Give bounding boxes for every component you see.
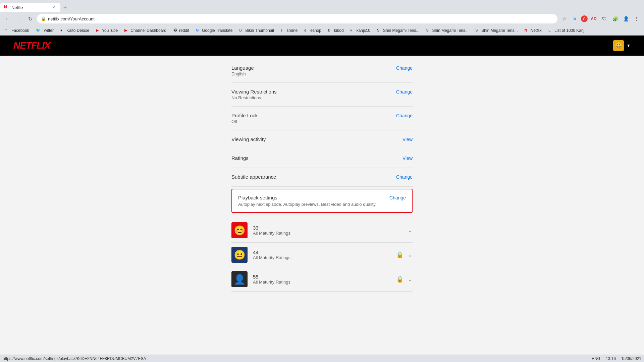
playback-settings-value: Autoplay next episode. Autoplay previews… — [238, 202, 376, 207]
bookmark-label: kibod — [334, 28, 344, 33]
playback-info: Playback settings Autoplay next episode.… — [238, 195, 376, 207]
bikin-icon: B — [239, 28, 244, 33]
address-bar[interactable]: 🔒 netflix.com/YourAccount — [37, 14, 557, 23]
bookmark-label: Shin Megami Tens... — [383, 28, 420, 33]
extension-chrome-icon[interactable]: C — [581, 15, 588, 22]
lock-icon-44: 🔒 — [396, 251, 404, 258]
bookmark-translate[interactable]: G Google Translate — [193, 27, 235, 34]
bookmark-label: List of 1000 Kanj — [554, 28, 584, 33]
extension-x-icon[interactable]: ✕ — [570, 14, 580, 23]
new-tab-button[interactable]: + — [60, 3, 70, 12]
bookmark-label: Twitter — [42, 28, 54, 33]
profile-info-44: 44 All Maturity Ratings — [253, 249, 396, 260]
bookmark-netflix[interactable]: N Netflix — [522, 27, 544, 34]
ratings-action: View — [402, 155, 413, 161]
profile-maturity-44: All Maturity Ratings — [253, 255, 396, 260]
bookmark-label: kanji2.0 — [357, 28, 370, 33]
viewing-restrictions-row: Viewing Restrictions No Restrictions. Ch… — [231, 83, 413, 107]
subtitle-appearance-change-link[interactable]: Change — [396, 174, 413, 180]
profile-icon[interactable]: 👤 — [621, 14, 631, 23]
profile-lock-value: Off — [231, 119, 396, 124]
bookmark-facebook[interactable]: f Facebook — [3, 27, 32, 34]
bookmark-label: Kaito Deluxe — [66, 28, 89, 33]
bookmark-kanji[interactable]: k kanji2.0 — [348, 27, 373, 34]
bookmark-label: Channel Dashboard — [130, 28, 166, 33]
bookmark-smt3[interactable]: S Shin Megami Tens... — [473, 27, 521, 34]
viewing-activity-action: View — [402, 136, 413, 142]
bookmark-shrine[interactable]: s shrine — [278, 27, 301, 34]
bookmark-smt1[interactable]: S Shin Megami Tens... — [374, 27, 422, 34]
playback-settings-change-link[interactable]: Change — [389, 195, 406, 200]
status-time: 13:16 — [606, 356, 616, 361]
netflix-bm-icon: N — [525, 28, 529, 33]
language-change-link[interactable]: Change — [396, 65, 413, 71]
back-button[interactable]: ← — [3, 14, 12, 23]
subtitle-appearance-row: Subtitle appearance Change — [231, 168, 413, 187]
address-bar-row: ← → ↻ 🔒 netflix.com/YourAccount ☆ ✕ C AD… — [0, 12, 644, 25]
viewing-activity-view-link[interactable]: View — [402, 137, 413, 142]
viewing-restrictions-action: Change — [396, 89, 413, 95]
profile-lock-info: Profile Lock Off — [231, 113, 396, 124]
bookmark-kibod[interactable]: k kibod — [325, 27, 346, 34]
viewing-restrictions-value: No Restrictions. — [231, 95, 396, 100]
active-tab[interactable]: N Netflix ✕ — [0, 3, 60, 12]
subtitle-appearance-action: Change — [396, 174, 413, 180]
channel-icon: ▶ — [124, 28, 129, 33]
profile-name-55: 55 — [253, 274, 396, 280]
status-lang: ENG — [592, 356, 600, 361]
kibod-icon: k — [328, 28, 333, 33]
forward-button[interactable]: → — [14, 14, 23, 23]
bookmark-label: Facebook — [11, 28, 29, 33]
bookmarks-bar: f Facebook 🐦 Twitter ♦ Kaito Deluxe ▶ Yo… — [0, 25, 644, 36]
bookmark-kaito[interactable]: ♦ Kaito Deluxe — [58, 27, 92, 34]
extension-shield-icon[interactable]: 🛡 — [600, 14, 609, 23]
bookmark-label: Shin Megami Tens... — [432, 28, 469, 33]
bookmark-kanji-list[interactable]: L List of 1000 Kanj — [546, 27, 587, 34]
subtitle-appearance-label: Subtitle appearance — [231, 174, 396, 180]
status-bar: https://www.netflix.com/settings/playbac… — [0, 355, 644, 362]
bookmark-eshop[interactable]: e eshop — [302, 27, 324, 34]
chevron-down-icon-55[interactable]: ⌄ — [408, 276, 413, 283]
profile-info-33: 33 All Maturity Ratings — [253, 225, 408, 236]
shrine-icon: s — [281, 28, 285, 33]
extension-adblock-icon[interactable]: AD — [589, 14, 598, 23]
profile-name-33: 33 — [253, 225, 408, 231]
facebook-icon: f — [5, 28, 10, 33]
chevron-down-icon-44[interactable]: ⌄ — [408, 251, 413, 258]
chevron-down-icon-33[interactable]: ⌄ — [408, 227, 413, 234]
language-value: English — [231, 71, 396, 76]
profile-maturity-33: All Maturity Ratings — [253, 231, 408, 236]
viewing-restrictions-label: Viewing Restrictions — [231, 89, 396, 95]
bookmark-smt2[interactable]: S Shin Megami Tens... — [424, 27, 472, 34]
user-avatar-icon[interactable]: 😀 — [613, 40, 624, 51]
bookmark-twitter[interactable]: 🐦 Twitter — [33, 27, 56, 34]
bookmark-youtube[interactable]: ▶ YouTube — [93, 27, 120, 34]
viewing-restrictions-change-link[interactable]: Change — [396, 89, 413, 95]
bookmark-bikin[interactable]: B Bikin Thumbnail — [236, 27, 276, 34]
tab-close-button[interactable]: ✕ — [51, 5, 56, 10]
header-dropdown-arrow[interactable]: ▼ — [627, 43, 631, 48]
profile-lock-change-link[interactable]: Change — [396, 113, 413, 118]
bookmark-star-icon[interactable]: ☆ — [559, 14, 569, 23]
bookmark-reddit[interactable]: 👽 reddit — [170, 27, 192, 34]
playback-settings-label: Playback settings — [238, 195, 376, 200]
smt1-icon: S — [377, 28, 382, 33]
eshop-icon: e — [304, 28, 309, 33]
profile-lock-label: Profile Lock — [231, 113, 396, 118]
reload-button[interactable]: ↻ — [25, 14, 35, 23]
bookmark-label: eshop — [310, 28, 321, 33]
tab-title: Netflix — [11, 5, 23, 10]
playback-settings-action: Change — [389, 195, 406, 201]
menu-icon[interactable]: ⋮ — [632, 14, 641, 23]
language-action: Change — [396, 65, 413, 71]
profile-avatar-44: 😐 — [231, 247, 248, 263]
extension-puzzle-icon[interactable]: 🧩 — [610, 14, 620, 23]
ratings-view-link[interactable]: View — [402, 156, 413, 161]
netflix-logo: NETFLIX — [13, 40, 50, 51]
avatar-emoji-44: 😐 — [234, 249, 246, 260]
bookmark-channel[interactable]: ▶ Channel Dashboard — [122, 27, 169, 34]
bookmark-label: Shin Megami Tens... — [481, 28, 518, 33]
profile-actions-44: 🔒 ⌄ — [396, 251, 413, 258]
settings-panel: Language English Change Viewing Restrict… — [231, 62, 413, 292]
profile-lock-action: Change — [396, 113, 413, 119]
